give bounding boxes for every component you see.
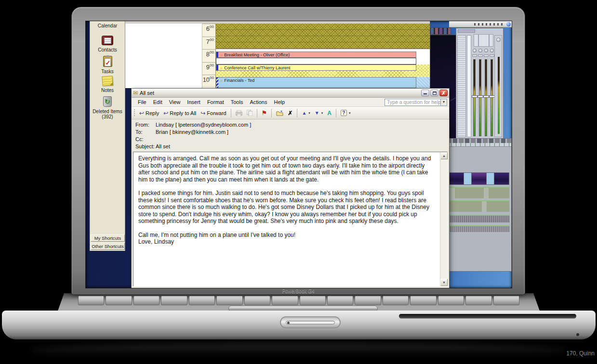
to-value: Brian [ bkinney@kinnetik.com ] (156, 129, 228, 135)
mixer-channel-strip[interactable] (491, 49, 492, 138)
fader-handle[interactable] (489, 95, 495, 98)
move-to-folder-button[interactable] (274, 109, 285, 117)
sidebar-item-deleted-items[interactable]: ↻ Deleted Items (392) (90, 96, 125, 119)
menu-actions[interactable]: Actions (246, 99, 270, 105)
copy-button[interactable] (245, 109, 254, 117)
mixer-channel-strip[interactable] (474, 49, 475, 138)
sidebar-item-tasks[interactable]: ✓ Tasks (90, 56, 125, 74)
toolbar-grip[interactable] (134, 109, 135, 117)
mixer-scroll-column (467, 35, 471, 137)
fader-handle[interactable] (478, 95, 483, 98)
audio-waveform-track[interactable] (449, 215, 509, 222)
menu-format[interactable]: Format (204, 99, 227, 105)
next-item-button[interactable]: ▼▾ (313, 109, 325, 117)
keyboard (78, 296, 519, 305)
body-paragraph: Call me, I'm not putting him on a plane … (138, 232, 435, 239)
scroll-up-button[interactable]: ▲ (440, 152, 448, 159)
keyboard-key (272, 296, 298, 305)
keyboard-key (300, 296, 326, 305)
video-clip[interactable] (494, 173, 509, 184)
encoding-button[interactable]: A (325, 109, 333, 117)
menu-file[interactable]: File (134, 99, 150, 105)
pan-knob[interactable] (473, 49, 477, 52)
other-shortcuts-button[interactable]: Other Shortcuts (91, 243, 125, 250)
audio-track[interactable] (449, 187, 509, 198)
fader-handle[interactable] (483, 95, 489, 98)
appointment-edge (216, 65, 218, 70)
pan-knob[interactable] (478, 49, 482, 52)
minimize-button[interactable] (421, 90, 429, 96)
menu-edit[interactable]: Edit (150, 99, 166, 105)
forward-button[interactable]: ↪Forward (199, 109, 228, 117)
mixer-tab[interactable] (458, 29, 475, 33)
appointment-conference-call[interactable]: ☼Conference Call w/Thierry Laurent (216, 65, 416, 71)
appointment-breakfast-meeting[interactable]: ☼Breakfast Meeting - Oliver (Office) (216, 52, 416, 58)
previous-item-button[interactable]: ▲▾ (300, 109, 312, 117)
menu-help[interactable]: Help (270, 99, 288, 105)
email-toolbar: ↩Reply ↩Reply to All ↪Forward ⚑ ✗ ▲▾ ▼▾ … (132, 107, 449, 119)
mute-button[interactable] (490, 54, 494, 57)
level-meter (485, 59, 487, 136)
body-scrollbar[interactable]: ▲ ▼ (440, 152, 447, 286)
flag-button[interactable]: ⚑ (260, 109, 269, 117)
video-clip[interactable] (472, 173, 486, 184)
window-title: All set (140, 90, 420, 96)
time-label: 600 (202, 24, 215, 37)
sidebar-item-notes[interactable]: Notes (90, 76, 125, 93)
audio-track[interactable] (449, 200, 509, 212)
appointment-edge (216, 52, 218, 57)
menu-tools[interactable]: Tools (227, 99, 247, 105)
menu-view[interactable]: View (166, 99, 184, 105)
toolbar-separator (231, 109, 231, 117)
mixer-channel-strip[interactable] (485, 49, 487, 138)
chevron-down-icon[interactable]: ▾ (440, 99, 447, 105)
calendar-time-gutter: 600 700 800 900 1000 (202, 24, 216, 88)
mute-button[interactable] (478, 54, 483, 57)
level-meter (491, 59, 493, 136)
print-button[interactable] (234, 109, 244, 117)
audio-mixer-window[interactable] (456, 28, 504, 142)
email-title-bar[interactable]: ✉ All set ✗ (132, 89, 449, 98)
help-button[interactable]: ?▾ (339, 109, 353, 117)
help-question-input[interactable]: Type a question for help▾ (385, 99, 447, 106)
laptop-screen: Calendar Contacts ✓ Tasks Notes ↻ Delete… (85, 21, 512, 288)
sidebar-item-count: (392) (90, 114, 125, 119)
video-track[interactable] (449, 172, 509, 185)
pan-knob[interactable] (490, 49, 494, 52)
pan-knob[interactable] (484, 49, 488, 52)
delete-button[interactable]: ✗ (286, 109, 294, 117)
menu-insert[interactable]: Insert (184, 99, 204, 105)
appointment-title: Breakfast Meeting - Oliver (Office) (224, 52, 290, 57)
clip-name-chip[interactable] (486, 173, 494, 184)
timeline-window[interactable] (446, 138, 512, 272)
mute-button[interactable] (484, 54, 489, 57)
from-label: From: (135, 122, 149, 128)
mute-button[interactable] (472, 54, 477, 57)
mixer-channel-strip[interactable] (479, 49, 481, 138)
empty-time-slot[interactable] (216, 58, 416, 65)
appointment-financials[interactable]: ☼Financials - Ted (216, 77, 416, 88)
audio-waveform-track[interactable] (449, 225, 509, 232)
video-clip[interactable] (449, 173, 464, 184)
master-knob[interactable] (496, 38, 501, 42)
tentative-hatch (216, 71, 430, 78)
fader-handle[interactable] (472, 95, 478, 98)
reply-button[interactable]: ↩Reply (137, 109, 161, 117)
mixer-controls[interactable] (474, 34, 493, 47)
scroll-down-button[interactable]: ▼ (440, 279, 448, 286)
maximize-button[interactable] (430, 90, 438, 96)
help-icon: ? (341, 110, 347, 116)
busy-time-block (216, 24, 430, 49)
sidebar-item-calendar[interactable]: Calendar (90, 23, 125, 28)
sidebar-item-contacts[interactable]: Contacts (90, 36, 125, 52)
reply-to-all-button[interactable]: ↩Reply to All (161, 109, 198, 117)
body-signature: Love, Lindsay (138, 238, 435, 246)
my-shortcuts-button[interactable]: My Shortcuts (91, 234, 125, 242)
email-message-window: ✉ All set ✗ File Edit View Insert Format… (131, 88, 450, 288)
master-strip[interactable] (494, 35, 502, 137)
close-button[interactable]: ✗ (439, 90, 448, 96)
clip-name-chip[interactable] (464, 173, 472, 184)
keyboard-key (327, 296, 353, 305)
keyboard-key (493, 296, 519, 305)
timeline-ruler[interactable] (447, 143, 511, 147)
